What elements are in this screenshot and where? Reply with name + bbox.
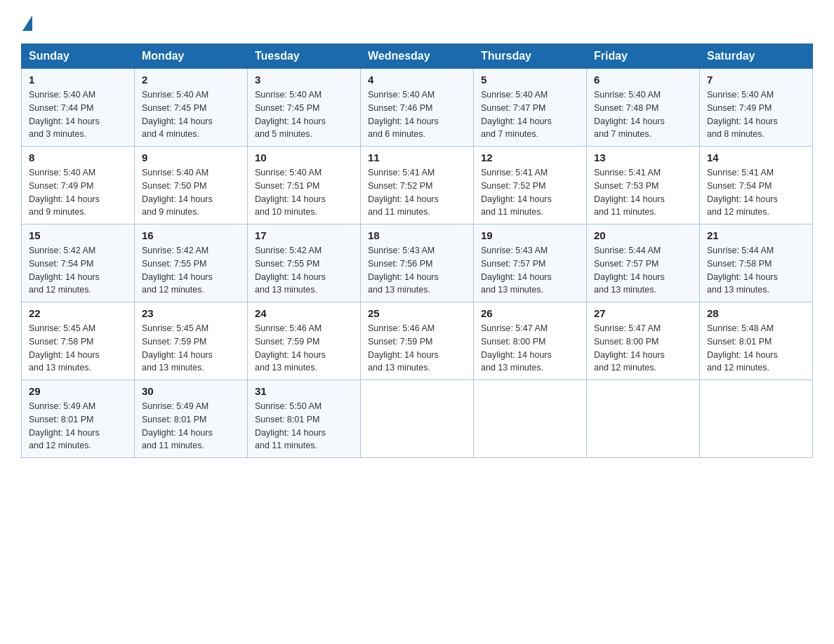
day-number: 7 bbox=[707, 74, 805, 86]
day-number: 27 bbox=[594, 307, 692, 319]
day-number: 5 bbox=[481, 74, 579, 86]
day-info: Sunrise: 5:41 AM Sunset: 7:52 PM Dayligh… bbox=[368, 166, 466, 219]
calendar-cell bbox=[587, 380, 700, 458]
calendar-cell: 3 Sunrise: 5:40 AM Sunset: 7:45 PM Dayli… bbox=[248, 69, 361, 147]
day-info: Sunrise: 5:42 AM Sunset: 7:55 PM Dayligh… bbox=[142, 244, 240, 297]
page-header bbox=[21, 14, 813, 31]
day-info: Sunrise: 5:40 AM Sunset: 7:49 PM Dayligh… bbox=[707, 88, 805, 141]
calendar-cell bbox=[474, 380, 587, 458]
calendar-cell: 6 Sunrise: 5:40 AM Sunset: 7:48 PM Dayli… bbox=[587, 69, 700, 147]
calendar-cell: 4 Sunrise: 5:40 AM Sunset: 7:46 PM Dayli… bbox=[361, 69, 474, 147]
day-info: Sunrise: 5:42 AM Sunset: 7:55 PM Dayligh… bbox=[255, 244, 353, 297]
day-info: Sunrise: 5:44 AM Sunset: 7:58 PM Dayligh… bbox=[707, 244, 805, 297]
calendar-cell: 9 Sunrise: 5:40 AM Sunset: 7:50 PM Dayli… bbox=[135, 147, 248, 224]
header-saturday: Saturday bbox=[700, 44, 813, 69]
day-number: 10 bbox=[255, 152, 353, 163]
calendar-cell: 14 Sunrise: 5:41 AM Sunset: 7:54 PM Dayl… bbox=[700, 147, 813, 224]
calendar-cell: 2 Sunrise: 5:40 AM Sunset: 7:45 PM Dayli… bbox=[135, 69, 248, 147]
day-info: Sunrise: 5:40 AM Sunset: 7:47 PM Dayligh… bbox=[481, 88, 579, 141]
day-number: 29 bbox=[29, 385, 127, 397]
day-info: Sunrise: 5:48 AM Sunset: 8:01 PM Dayligh… bbox=[707, 322, 805, 375]
calendar-cell: 23 Sunrise: 5:45 AM Sunset: 7:59 PM Dayl… bbox=[135, 302, 248, 380]
calendar-cell: 31 Sunrise: 5:50 AM Sunset: 8:01 PM Dayl… bbox=[248, 380, 361, 458]
day-info: Sunrise: 5:40 AM Sunset: 7:51 PM Dayligh… bbox=[255, 166, 353, 219]
calendar-cell: 22 Sunrise: 5:45 AM Sunset: 7:58 PM Dayl… bbox=[22, 302, 135, 380]
calendar-cell: 11 Sunrise: 5:41 AM Sunset: 7:52 PM Dayl… bbox=[361, 147, 474, 224]
day-number: 23 bbox=[142, 307, 240, 319]
day-info: Sunrise: 5:40 AM Sunset: 7:45 PM Dayligh… bbox=[255, 88, 353, 141]
calendar-table: SundayMondayTuesdayWednesdayThursdayFrid… bbox=[21, 43, 813, 458]
calendar-cell: 27 Sunrise: 5:47 AM Sunset: 8:00 PM Dayl… bbox=[587, 302, 700, 380]
calendar-cell: 29 Sunrise: 5:49 AM Sunset: 8:01 PM Dayl… bbox=[22, 380, 135, 458]
day-number: 22 bbox=[29, 307, 127, 319]
calendar-cell: 1 Sunrise: 5:40 AM Sunset: 7:44 PM Dayli… bbox=[22, 69, 135, 147]
day-info: Sunrise: 5:42 AM Sunset: 7:54 PM Dayligh… bbox=[29, 244, 127, 297]
calendar-cell: 5 Sunrise: 5:40 AM Sunset: 7:47 PM Dayli… bbox=[474, 69, 587, 147]
calendar-week-row: 22 Sunrise: 5:45 AM Sunset: 7:58 PM Dayl… bbox=[22, 302, 813, 380]
calendar-cell: 21 Sunrise: 5:44 AM Sunset: 7:58 PM Dayl… bbox=[700, 224, 813, 302]
day-info: Sunrise: 5:44 AM Sunset: 7:57 PM Dayligh… bbox=[594, 244, 692, 297]
day-number: 13 bbox=[594, 152, 692, 163]
calendar-week-row: 8 Sunrise: 5:40 AM Sunset: 7:49 PM Dayli… bbox=[22, 147, 813, 224]
day-info: Sunrise: 5:45 AM Sunset: 7:58 PM Dayligh… bbox=[29, 322, 127, 375]
day-number: 12 bbox=[481, 152, 579, 163]
day-info: Sunrise: 5:43 AM Sunset: 7:57 PM Dayligh… bbox=[481, 244, 579, 297]
day-number: 26 bbox=[481, 307, 579, 319]
day-info: Sunrise: 5:46 AM Sunset: 7:59 PM Dayligh… bbox=[255, 322, 353, 375]
day-number: 18 bbox=[368, 229, 466, 241]
day-number: 21 bbox=[707, 229, 805, 241]
header-sunday: Sunday bbox=[22, 44, 135, 69]
calendar-week-row: 1 Sunrise: 5:40 AM Sunset: 7:44 PM Dayli… bbox=[22, 69, 813, 147]
day-number: 24 bbox=[255, 307, 353, 319]
calendar-cell: 25 Sunrise: 5:46 AM Sunset: 7:59 PM Dayl… bbox=[361, 302, 474, 380]
calendar-cell: 10 Sunrise: 5:40 AM Sunset: 7:51 PM Dayl… bbox=[248, 147, 361, 224]
day-number: 28 bbox=[707, 307, 805, 319]
calendar-cell: 13 Sunrise: 5:41 AM Sunset: 7:53 PM Dayl… bbox=[587, 147, 700, 224]
calendar-week-row: 29 Sunrise: 5:49 AM Sunset: 8:01 PM Dayl… bbox=[22, 380, 813, 458]
day-info: Sunrise: 5:50 AM Sunset: 8:01 PM Dayligh… bbox=[255, 400, 353, 452]
day-number: 15 bbox=[29, 229, 127, 241]
day-info: Sunrise: 5:40 AM Sunset: 7:44 PM Dayligh… bbox=[29, 88, 127, 141]
day-number: 1 bbox=[29, 74, 127, 86]
day-number: 8 bbox=[29, 152, 127, 163]
calendar-cell: 26 Sunrise: 5:47 AM Sunset: 8:00 PM Dayl… bbox=[474, 302, 587, 380]
header-thursday: Thursday bbox=[474, 44, 587, 69]
day-info: Sunrise: 5:40 AM Sunset: 7:45 PM Dayligh… bbox=[142, 88, 240, 141]
day-number: 17 bbox=[255, 229, 353, 241]
day-number: 31 bbox=[255, 385, 353, 397]
day-info: Sunrise: 5:43 AM Sunset: 7:56 PM Dayligh… bbox=[368, 244, 466, 297]
day-number: 30 bbox=[142, 385, 240, 397]
calendar-header-row: SundayMondayTuesdayWednesdayThursdayFrid… bbox=[22, 44, 813, 69]
day-number: 16 bbox=[142, 229, 240, 241]
calendar-cell: 15 Sunrise: 5:42 AM Sunset: 7:54 PM Dayl… bbox=[22, 224, 135, 302]
calendar-cell: 28 Sunrise: 5:48 AM Sunset: 8:01 PM Dayl… bbox=[700, 302, 813, 380]
day-number: 4 bbox=[368, 74, 466, 86]
day-info: Sunrise: 5:49 AM Sunset: 8:01 PM Dayligh… bbox=[142, 400, 240, 452]
day-number: 3 bbox=[255, 74, 353, 86]
day-number: 9 bbox=[142, 152, 240, 163]
calendar-cell: 20 Sunrise: 5:44 AM Sunset: 7:57 PM Dayl… bbox=[587, 224, 700, 302]
day-number: 20 bbox=[594, 229, 692, 241]
header-monday: Monday bbox=[135, 44, 248, 69]
day-info: Sunrise: 5:46 AM Sunset: 7:59 PM Dayligh… bbox=[368, 322, 466, 375]
calendar-cell: 19 Sunrise: 5:43 AM Sunset: 7:57 PM Dayl… bbox=[474, 224, 587, 302]
day-number: 14 bbox=[707, 152, 805, 163]
calendar-cell bbox=[361, 380, 474, 458]
calendar-cell: 18 Sunrise: 5:43 AM Sunset: 7:56 PM Dayl… bbox=[361, 224, 474, 302]
header-wednesday: Wednesday bbox=[361, 44, 474, 69]
calendar-cell: 30 Sunrise: 5:49 AM Sunset: 8:01 PM Dayl… bbox=[135, 380, 248, 458]
header-friday: Friday bbox=[587, 44, 700, 69]
day-info: Sunrise: 5:40 AM Sunset: 7:49 PM Dayligh… bbox=[29, 166, 127, 219]
day-info: Sunrise: 5:41 AM Sunset: 7:54 PM Dayligh… bbox=[707, 166, 805, 219]
day-info: Sunrise: 5:49 AM Sunset: 8:01 PM Dayligh… bbox=[29, 400, 127, 452]
calendar-cell: 8 Sunrise: 5:40 AM Sunset: 7:49 PM Dayli… bbox=[22, 147, 135, 224]
day-info: Sunrise: 5:47 AM Sunset: 8:00 PM Dayligh… bbox=[481, 322, 579, 375]
day-number: 6 bbox=[594, 74, 692, 86]
day-number: 11 bbox=[368, 152, 466, 163]
day-info: Sunrise: 5:40 AM Sunset: 7:46 PM Dayligh… bbox=[368, 88, 466, 141]
calendar-cell: 24 Sunrise: 5:46 AM Sunset: 7:59 PM Dayl… bbox=[248, 302, 361, 380]
calendar-cell: 12 Sunrise: 5:41 AM Sunset: 7:52 PM Dayl… bbox=[474, 147, 587, 224]
day-info: Sunrise: 5:41 AM Sunset: 7:53 PM Dayligh… bbox=[594, 166, 692, 219]
day-number: 25 bbox=[368, 307, 466, 319]
header-tuesday: Tuesday bbox=[248, 44, 361, 69]
